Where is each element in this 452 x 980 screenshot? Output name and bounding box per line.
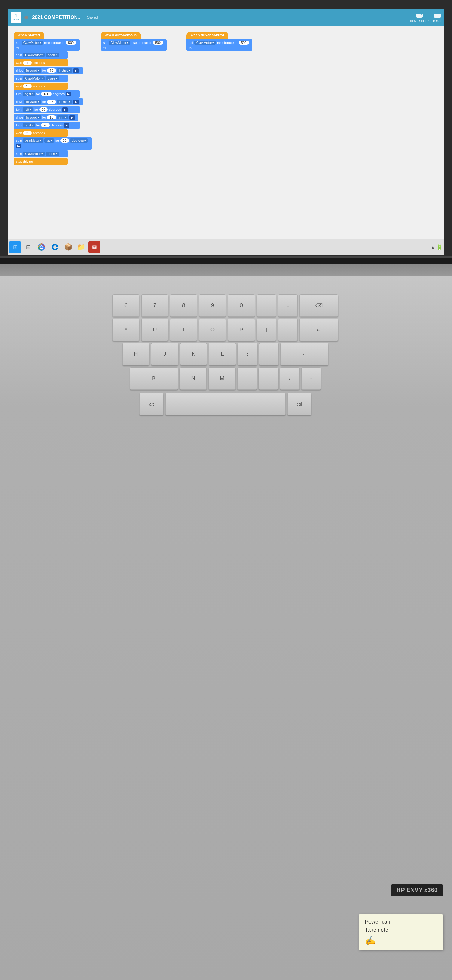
taskbar-files-icon[interactable]: ⊟	[22, 241, 34, 253]
set-claw-torque-block: set ClawMotor max torque to 500 %	[14, 39, 80, 51]
when-started-hat: when started	[18, 33, 40, 37]
key-l[interactable]: L	[209, 343, 236, 365]
key-lbracket[interactable]: [	[257, 318, 276, 341]
key-quote[interactable]: '	[259, 343, 279, 365]
forward-dropdown-1[interactable]: forward	[24, 68, 41, 73]
brain-button[interactable]: BRAIN	[433, 12, 441, 22]
key-y[interactable]: Y	[112, 318, 139, 341]
wait-2-seconds-block: wait 2 seconds	[14, 129, 68, 137]
taskbar-windows-icon[interactable]: ⊞	[9, 241, 21, 253]
right-dropdown-2[interactable]: right	[23, 123, 35, 127]
key-semicolon[interactable]: ;	[238, 343, 257, 365]
key-7[interactable]: 7	[141, 294, 168, 317]
header-right: CONTROLLER BRAIN	[410, 12, 441, 22]
claw-motor-spin-dropdown[interactable]: ClawMotor	[23, 53, 45, 57]
key-k[interactable]: K	[180, 343, 207, 365]
status-dot	[24, 16, 28, 19]
saved-label: Saved	[87, 15, 98, 19]
key-shift-right[interactable]: ↑	[302, 367, 321, 390]
open-dropdown[interactable]: open	[46, 53, 59, 57]
taskbar-arrow-up[interactable]: ▲	[431, 245, 435, 250]
key-i[interactable]: I	[170, 318, 197, 341]
spin-claw-open-2-block: spin ClawMotor open	[14, 150, 68, 158]
set-claw-torque-driver-block: set ClawMotor max torque to 500 %	[186, 39, 252, 51]
taskbar-office-icon[interactable]: 📦	[62, 241, 74, 253]
inches-dropdown-2[interactable]: inches	[57, 100, 72, 104]
forward-dropdown-3[interactable]: forward	[24, 115, 41, 119]
forward-dropdown-2[interactable]: forward	[24, 100, 41, 104]
degrees-dropdown[interactable]: degrees	[70, 138, 88, 143]
turn-arrow-2[interactable]: ▶	[62, 108, 68, 112]
key-8[interactable]: 8	[170, 294, 197, 317]
stop-driving-block: stop driving	[14, 158, 68, 165]
bottom-row: B N M , . / ↑	[6, 367, 445, 390]
key-minus[interactable]: -	[257, 294, 276, 317]
close-dropdown[interactable]: close	[46, 76, 59, 81]
drive-forward-70-block: drive forward for 70 inches ▶	[14, 67, 83, 74]
drive-arrow-3[interactable]: ▶	[69, 115, 75, 120]
arm-motor-dropdown[interactable]: ArmMotor	[23, 138, 43, 143]
key-n[interactable]: N	[180, 367, 207, 390]
key-comma[interactable]: ,	[237, 367, 257, 390]
notecard-line1: Power can	[365, 919, 437, 925]
spin-arrow[interactable]: ▶	[16, 144, 21, 148]
taskbar-right: ▲ 🔋	[431, 244, 443, 250]
key-period[interactable]: .	[259, 367, 278, 390]
home-row: H J K L ; ' ←	[6, 343, 445, 365]
key-slash[interactable]: /	[280, 367, 300, 390]
key-6[interactable]: 6	[112, 294, 139, 317]
key-ctrl[interactable]: ctrl	[287, 393, 311, 415]
taskbar-mail-icon[interactable]: ✉	[88, 241, 101, 253]
turn-right-180-block: turn right for 180 degrees ▶	[14, 91, 80, 97]
drive-arrow-1[interactable]: ▶	[73, 68, 79, 73]
key-o[interactable]: O	[199, 318, 226, 341]
when-driver-control-group: when driver control set ClawMotor max to…	[186, 32, 252, 51]
svg-point-4	[421, 14, 422, 15]
key-enter-top[interactable]: ↵	[299, 318, 339, 341]
right-dropdown-1[interactable]: right	[23, 92, 35, 96]
when-started-group: when started set ClawMotor max torque to…	[14, 32, 92, 165]
open-dropdown-2[interactable]: open	[46, 152, 59, 156]
claw-motor-dropdown-1[interactable]: ClawMotor	[22, 41, 43, 45]
key-alt[interactable]: alt	[139, 393, 163, 415]
inches-dropdown-1[interactable]: inches	[57, 68, 72, 73]
claw-motor-spin-dropdown-2[interactable]: ClawMotor	[23, 76, 45, 81]
turn-arrow-1[interactable]: ▶	[66, 92, 71, 96]
laptop-screen: 1 SLOT 2021 COMPETITION... Saved CONTROL…	[0, 0, 452, 258]
taskbar-chrome-icon[interactable]	[35, 241, 48, 253]
taskbar: ⊞ ⊟ 📦 📁 ✉	[8, 239, 444, 255]
key-backspace[interactable]: ⌫	[299, 294, 339, 317]
key-shift-left[interactable]: B	[130, 367, 178, 390]
key-0[interactable]: 0	[228, 294, 255, 317]
key-space[interactable]	[165, 393, 286, 415]
key-h[interactable]: H	[122, 343, 149, 365]
drive-arrow-2[interactable]: ▶	[73, 100, 79, 104]
spin-claw-open-block: spin ClawMotor open	[14, 51, 68, 59]
claw-motor-dropdown-driver[interactable]: ClawMotor	[195, 41, 216, 45]
key-equals[interactable]: =	[278, 294, 297, 317]
hp-logo-text: HP ENVY x360	[396, 887, 438, 893]
drive-forward-10-mm-block: drive forward for 10 mm ▶	[14, 114, 78, 121]
laptop-body: 6 7 8 9 0 - = ⌫ Y U I O P [ ] ↵ H J K L …	[0, 264, 452, 980]
claw-motor-spin-dropdown-3[interactable]: ClawMotor	[23, 152, 45, 156]
taskbar-folder-icon[interactable]: 📁	[75, 241, 87, 253]
controller-button[interactable]: CONTROLLER	[410, 12, 428, 22]
taskbar-edge-icon[interactable]	[49, 241, 61, 253]
spin-arm-up-90-block: spin ArmMotor up for 90 degrees ▶	[14, 137, 92, 150]
key-backslash[interactable]: ←	[280, 343, 329, 365]
key-m[interactable]: M	[209, 367, 236, 390]
when-driver-hat: when driver control	[190, 33, 224, 37]
key-p[interactable]: P	[228, 318, 255, 341]
hinge-area	[0, 264, 452, 276]
key-9[interactable]: 9	[199, 294, 226, 317]
key-rbracket[interactable]: ]	[278, 318, 297, 341]
up-dropdown[interactable]: up	[45, 138, 54, 143]
taskbar-battery-icon: 🔋	[436, 244, 443, 250]
key-u[interactable]: U	[141, 318, 168, 341]
svg-rect-2	[417, 14, 417, 15]
left-dropdown[interactable]: left	[23, 108, 33, 112]
turn-arrow-3[interactable]: ▶	[64, 123, 69, 127]
key-j[interactable]: J	[151, 343, 178, 365]
claw-motor-dropdown-auto[interactable]: ClawMotor	[109, 41, 131, 45]
mm-dropdown[interactable]: mm	[57, 115, 68, 119]
